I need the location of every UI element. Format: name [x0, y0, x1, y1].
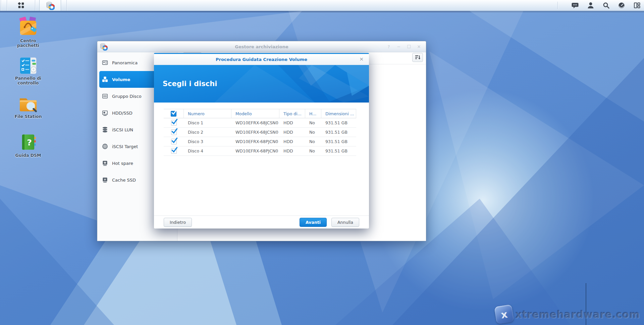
disk-hotspare: No — [305, 128, 321, 137]
wizard-step-heading: Scegli i dischi — [163, 80, 217, 88]
xtremehardware-logo-icon: x — [494, 304, 514, 324]
taskbar-separator — [1, 0, 1, 11]
control-panel-icon — [11, 56, 46, 75]
dialog-banner: Scegli i dischi — [154, 65, 369, 103]
taskbar-separator — [35, 0, 35, 11]
sidebar-item-label: Cache SSD — [112, 178, 136, 183]
sidebar-item-label: iSCSI LUN — [112, 127, 133, 132]
main-menu-button[interactable] — [7, 0, 35, 11]
disk-size: 931.51 GB — [321, 137, 356, 146]
package-center-icon — [11, 17, 46, 38]
system-health-icon[interactable] — [618, 2, 625, 9]
disk-type: HDD — [279, 137, 305, 146]
column-header[interactable]: Tipo di... — [279, 109, 305, 118]
maximize-button[interactable]: ☐ — [407, 44, 411, 49]
desktop-icon-control-panel[interactable]: Pannello di controllo — [11, 56, 46, 86]
disk-model: WD10EFRX-68PJCN0 — [231, 146, 279, 155]
taskbar — [0, 0, 644, 11]
cache-ssd-icon — [102, 177, 108, 183]
sort-button[interactable] — [412, 53, 423, 62]
notifications-icon[interactable] — [571, 2, 579, 9]
sidebar-item-label: Panoramica — [112, 60, 138, 65]
dialog-close-button[interactable]: ✕ — [359, 54, 364, 65]
sort-icon — [415, 55, 421, 60]
dialog-title: Procedura Guidata Creazione Volume — [154, 54, 369, 65]
desktop-icon-package-center[interactable]: Centro pacchetti — [11, 17, 46, 48]
file-station-icon — [11, 94, 46, 113]
column-header[interactable]: H... — [305, 109, 321, 118]
volume-cubes-icon — [102, 76, 108, 82]
taskbar-separator — [66, 0, 67, 11]
svg-text:?: ? — [27, 137, 32, 147]
disk-row-1[interactable]: Disco 1 WD10EFRX-68JCSN0 HDD No 931.51 G… — [164, 118, 356, 128]
sidebar-item-label: iSCSI Target — [112, 144, 138, 149]
disk-size: 931.51 GB — [321, 146, 356, 155]
desktop-icon-label: Pannello di controllo — [11, 76, 46, 86]
sidebar-item-label: Hot spare — [112, 161, 133, 166]
pilot-view-icon[interactable] — [633, 2, 641, 9]
desktop-icon-dsm-help[interactable]: ? Guida DSM — [11, 133, 46, 158]
column-header[interactable]: Modello — [231, 109, 279, 118]
disk-row-2[interactable]: Disco 2 WD10EFRX-68JCSN0 HDD No 931.51 G… — [164, 128, 356, 137]
window-titlebar[interactable]: Gestore archiviazione ? − ☐ ✕ — [97, 41, 426, 52]
disk-checkbox[interactable] — [171, 120, 177, 126]
column-header[interactable]: Numero — [184, 109, 231, 118]
volume-creation-wizard-dialog: Procedura Guidata Creazione Volume ✕ Sce… — [154, 53, 369, 229]
disk-row-3[interactable]: Disco 3 WD10EFRX-68PJCN0 HDD No 931.51 G… — [164, 137, 356, 146]
next-button[interactable]: Avanti — [300, 218, 327, 227]
window-title: Gestore archiviazione — [97, 41, 426, 52]
disk-type: HDD — [279, 146, 305, 155]
hot-spare-icon — [102, 160, 108, 166]
main-menu-icon — [17, 2, 25, 9]
overview-icon — [102, 60, 108, 66]
sidebar-item-label: HDD/SSD — [112, 111, 132, 116]
dialog-titlebar[interactable]: Procedura Guidata Creazione Volume ✕ — [154, 54, 369, 65]
watermark-text: xtremehardware.com — [516, 309, 640, 320]
desktop-icon-label: Guida DSM — [11, 153, 46, 158]
hdd-icon — [102, 110, 108, 116]
disk-size: 931.51 GB — [321, 128, 356, 137]
desktop-icon-label: Centro pacchetti — [11, 39, 46, 48]
watermark: x xtremehardware.com — [495, 306, 640, 323]
disk-hotspare: No — [305, 137, 321, 146]
disk-model: WD10EFRX-68JCSN0 — [231, 128, 279, 137]
taskbar-separator — [557, 2, 558, 9]
globe-icon — [102, 143, 108, 149]
minimize-button[interactable]: − — [396, 44, 401, 49]
disk-checkbox[interactable] — [171, 129, 177, 135]
disk-hotspare: No — [305, 146, 321, 155]
lun-stack-icon — [102, 127, 108, 133]
disk-row-4[interactable]: Disco 4 WD10EFRX-68PJCN0 HDD No 931.51 G… — [164, 146, 356, 156]
back-button[interactable]: Indietro — [164, 218, 192, 227]
close-button[interactable]: ✕ — [417, 44, 421, 49]
column-header[interactable]: Dimensioni ... — [321, 109, 356, 118]
disk-model: WD10EFRX-68PJCN0 — [231, 137, 279, 146]
desktop-icon-file-station[interactable]: File Station — [11, 94, 46, 119]
disk-number: Disco 1 — [184, 118, 231, 127]
storage-manager-taskbar-button[interactable] — [39, 0, 61, 11]
dsm-help-icon: ? — [11, 133, 46, 152]
disk-number: Disco 3 — [184, 137, 231, 146]
desktop-icon-label: File Station — [11, 114, 46, 119]
disk-type: HDD — [279, 128, 305, 137]
storage-manager-icon — [46, 1, 55, 10]
disk-group-icon — [102, 93, 108, 99]
disk-model: WD10EFRX-68JCSN0 — [231, 118, 279, 127]
dialog-footer: Indietro Avanti Annulla — [154, 215, 369, 229]
disk-number: Disco 2 — [184, 128, 231, 137]
disk-checkbox[interactable] — [171, 148, 177, 154]
disk-size: 931.51 GB — [321, 118, 356, 127]
disk-table-header: Numero Modello Tipo di... H... Dimension… — [164, 109, 356, 118]
disk-hotspare: No — [305, 118, 321, 127]
user-options-icon[interactable] — [587, 2, 594, 9]
search-icon[interactable] — [602, 2, 610, 9]
help-button[interactable]: ? — [386, 44, 391, 49]
cancel-button[interactable]: Annulla — [331, 218, 359, 227]
disk-type: HDD — [279, 118, 305, 127]
window-controls: ? − ☐ ✕ — [386, 41, 421, 52]
dialog-body: Numero Modello Tipo di... H... Dimension… — [154, 103, 369, 215]
disk-checkbox[interactable] — [171, 139, 177, 144]
sidebar-item-label: Volume — [112, 77, 130, 82]
select-all-checkbox[interactable] — [171, 111, 176, 117]
disk-number: Disco 4 — [184, 146, 231, 155]
